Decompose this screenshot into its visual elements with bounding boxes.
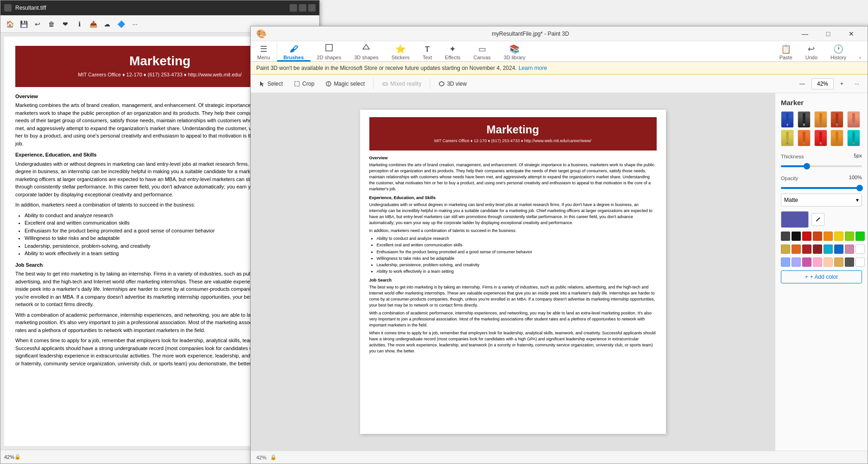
tab-overflow[interactable]: › bbox=[853, 43, 868, 62]
color-swatch[interactable] bbox=[834, 257, 843, 267]
marker-swatch-black[interactable] bbox=[798, 111, 811, 128]
thickness-slider-thumb[interactable] bbox=[804, 163, 810, 169]
color-swatch[interactable] bbox=[824, 245, 833, 254]
svg-rect-3 bbox=[295, 82, 299, 86]
bg-info-btn[interactable]: ℹ bbox=[73, 18, 86, 31]
bg-undo-btn[interactable]: ↩ bbox=[31, 18, 44, 31]
canvas-area[interactable]: Marketing MIT Careers Office ♦ 12-170 ♦ … bbox=[251, 93, 775, 451]
marker-swatch-red[interactable] bbox=[814, 130, 827, 146]
color-swatch[interactable] bbox=[834, 245, 843, 254]
svg-rect-0 bbox=[326, 44, 332, 51]
svg-rect-27 bbox=[853, 142, 855, 144]
bg-minimize-btn[interactable] bbox=[290, 4, 297, 12]
bg-save-btn[interactable]: 💾 bbox=[17, 18, 30, 31]
marker-swatch-yellow[interactable] bbox=[781, 130, 794, 146]
bg-app-title: Resultant.tiff bbox=[15, 5, 286, 11]
tab-3d-shapes[interactable]: 3D shapes bbox=[348, 43, 385, 62]
color-swatch[interactable] bbox=[834, 232, 843, 241]
magic-select-btn[interactable]: Magic select bbox=[321, 77, 369, 91]
zoom-input[interactable] bbox=[811, 78, 834, 89]
svg-rect-23 bbox=[820, 142, 822, 144]
color-swatch[interactable] bbox=[813, 232, 822, 241]
color-swatch[interactable] bbox=[781, 232, 790, 241]
opacity-value: 100% bbox=[849, 175, 862, 180]
canvas-section-skills-heading: Experience, Education, and Skills bbox=[369, 195, 657, 201]
paint3d-close-btn[interactable]: ✕ bbox=[841, 26, 862, 41]
tab-menu-label: Menu bbox=[257, 55, 270, 60]
bg-maximize-btn[interactable] bbox=[299, 4, 306, 12]
color-swatch[interactable] bbox=[855, 232, 865, 241]
bg-delete-btn[interactable]: 🗑 bbox=[45, 18, 58, 31]
color-swatch[interactable] bbox=[802, 245, 811, 254]
crop-tool-btn[interactable]: Crop bbox=[289, 77, 319, 91]
view-3d-btn[interactable]: 3D view bbox=[434, 77, 471, 91]
bg-edit-btn[interactable]: 🔷 bbox=[114, 18, 127, 31]
bg-close-btn[interactable] bbox=[308, 4, 316, 12]
tab-2d-shapes[interactable]: 2D shapes bbox=[310, 43, 348, 62]
paint3d-minimize-btn[interactable]: — bbox=[794, 26, 816, 41]
tab-3d-library[interactable]: 📚 3D library bbox=[497, 43, 532, 62]
color-swatch[interactable] bbox=[792, 245, 801, 254]
add-color-button[interactable]: + + Add color bbox=[781, 270, 862, 283]
marker-swatch-red-dark[interactable] bbox=[830, 111, 843, 128]
current-color-swatch[interactable] bbox=[781, 211, 809, 228]
bg-share-btn[interactable]: 📤 bbox=[87, 18, 100, 31]
mixed-reality-btn[interactable]: Mixed reality bbox=[377, 77, 426, 91]
opacity-slider[interactable] bbox=[781, 187, 862, 189]
svg-rect-10 bbox=[803, 113, 805, 124]
select-tool-btn[interactable]: Select bbox=[254, 77, 287, 91]
thickness-slider[interactable] bbox=[781, 165, 862, 167]
color-swatch[interactable] bbox=[855, 257, 865, 267]
tab-text[interactable]: T Text bbox=[416, 43, 438, 62]
color-swatch[interactable] bbox=[813, 245, 822, 254]
opacity-slider-thumb[interactable] bbox=[856, 185, 863, 191]
tab-canvas[interactable]: ▭ Canvas bbox=[467, 43, 497, 62]
color-swatch[interactable] bbox=[813, 257, 822, 267]
tab-menu[interactable]: ☰ Menu bbox=[251, 43, 277, 62]
canvas-section-jobsearch-cont: With a combination of academic performan… bbox=[369, 310, 657, 328]
color-swatch[interactable] bbox=[792, 257, 801, 267]
bg-cloud-btn[interactable]: ☁ bbox=[101, 18, 114, 31]
color-edit-btn[interactable] bbox=[811, 213, 824, 226]
color-swatch[interactable] bbox=[855, 245, 865, 254]
color-swatch[interactable] bbox=[792, 232, 801, 241]
color-swatch[interactable] bbox=[845, 257, 854, 267]
marker-swatch-teal[interactable] bbox=[847, 130, 860, 146]
marker-swatch-salmon[interactable] bbox=[847, 111, 860, 128]
zoom-out-btn[interactable]: — bbox=[795, 77, 810, 91]
tab-stickers[interactable]: ⭐ Stickers bbox=[385, 43, 416, 62]
texture-select[interactable]: Matte ▾ bbox=[781, 194, 862, 207]
tab-effects[interactable]: ✦ Effects bbox=[438, 43, 467, 62]
tab-paste[interactable]: 📋 Paste bbox=[773, 43, 799, 62]
color-swatch[interactable] bbox=[824, 232, 833, 241]
canvas-section-jobsearch-body: The best way to get into marketing is by… bbox=[369, 284, 657, 308]
bg-fav-btn[interactable]: ❤ bbox=[59, 18, 72, 31]
color-swatch[interactable] bbox=[802, 257, 811, 267]
color-swatch[interactable] bbox=[845, 232, 854, 241]
marker-swatch-blue[interactable] bbox=[781, 111, 794, 128]
zoom-more-btn[interactable]: ··· bbox=[850, 77, 864, 91]
tab-brushes[interactable]: 🖌 Brushes bbox=[277, 43, 310, 62]
color-swatch[interactable] bbox=[802, 232, 811, 241]
canvas-skill-2: Excellent oral and written communication… bbox=[377, 242, 657, 248]
color-swatch[interactable] bbox=[781, 257, 790, 267]
color-swatch[interactable] bbox=[781, 245, 790, 254]
learn-more-link[interactable]: Learn more bbox=[519, 65, 547, 71]
opacity-row: Opacity 100% bbox=[781, 172, 862, 182]
tab-undo[interactable]: ↩ Undo bbox=[799, 43, 824, 62]
menu-icon: ☰ bbox=[260, 45, 267, 53]
tab-history[interactable]: 🕐 History bbox=[824, 43, 853, 62]
zoom-in-btn[interactable]: + bbox=[836, 77, 848, 91]
bg-more-btn[interactable]: ··· bbox=[128, 18, 141, 31]
marker-swatch-orange-dark[interactable] bbox=[798, 130, 811, 146]
crop-icon bbox=[294, 81, 300, 87]
marker-swatch-orange-light[interactable] bbox=[814, 111, 827, 128]
bg-home-btn[interactable]: 🏠 bbox=[3, 18, 16, 31]
color-swatch[interactable] bbox=[824, 257, 833, 267]
paint3d-maximize-btn[interactable]: □ bbox=[817, 26, 839, 41]
color-swatch[interactable] bbox=[845, 245, 854, 254]
notification-text: Paint 3D won't be available in the Micro… bbox=[256, 65, 517, 71]
canvas-section-jobsearch-heading: Job Search bbox=[369, 277, 657, 283]
marker-swatch-amber[interactable] bbox=[830, 130, 843, 146]
canvas-skill-1: Ability to conduct and analyze research bbox=[377, 236, 657, 242]
